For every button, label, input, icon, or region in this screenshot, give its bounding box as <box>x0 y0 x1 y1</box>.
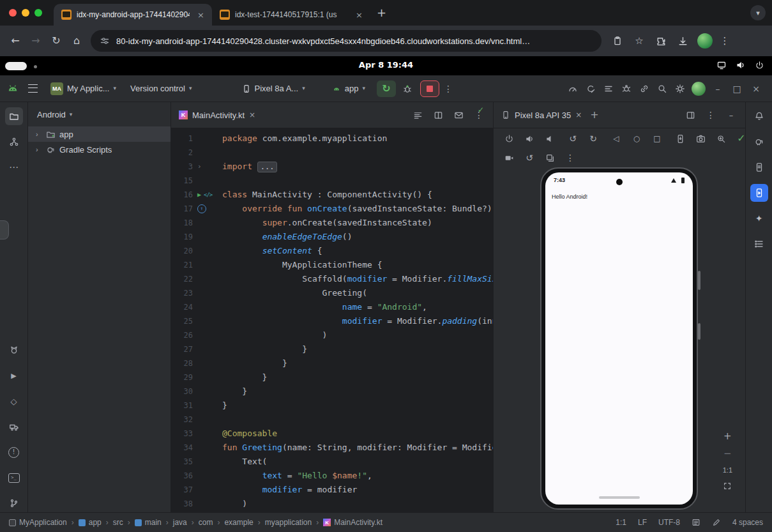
run-gutter-icon[interactable]: ▶ <box>197 188 201 202</box>
volume-up-icon[interactable] <box>520 130 538 148</box>
device-power-icon[interactable] <box>500 130 518 148</box>
code-line[interactable]: 20 setContent { <box>171 244 493 258</box>
app-inspection-icon[interactable] <box>617 80 635 98</box>
user-avatar[interactable] <box>692 82 706 96</box>
bookmark-star-icon[interactable]: ☆ <box>630 31 649 50</box>
device-more-icon[interactable]: ⋮ <box>561 149 579 167</box>
settings-gear-icon[interactable] <box>671 80 689 98</box>
inspection-ok-icon[interactable]: ✓ <box>478 106 484 114</box>
reader-mode-icon[interactable] <box>692 518 700 527</box>
code-line[interactable]: 3›import ... <box>171 160 493 174</box>
code-line[interactable]: 28 } <box>171 356 493 370</box>
android-home-icon[interactable]: ○ <box>628 130 646 148</box>
zoom-fit-icon[interactable] <box>723 482 732 490</box>
breadcrumb-item[interactable]: src <box>113 518 123 527</box>
new-tab-button[interactable]: + <box>377 7 386 19</box>
site-settings-icon[interactable] <box>100 36 110 46</box>
zoom-out-icon[interactable]: − <box>723 449 732 459</box>
highl-lines-icon[interactable] <box>409 106 427 124</box>
toolbar-more-icon[interactable]: ⋮ <box>439 80 457 98</box>
stop-button[interactable] <box>420 80 439 97</box>
breadcrumb-item[interactable]: example <box>224 518 253 527</box>
code-line[interactable]: 27 } <box>171 342 493 356</box>
device-selector[interactable]: Pixel 8a A... ▾ <box>237 79 310 98</box>
rotate-left-icon[interactable]: ↺ <box>564 130 582 148</box>
logcat-icon[interactable] <box>600 80 617 98</box>
tab-close-icon[interactable]: × <box>249 111 255 119</box>
close-window-button[interactable] <box>9 9 17 17</box>
zoom-in-icon[interactable]: + <box>723 432 732 441</box>
breadcrumb-item[interactable]: KMainActivity.kt <box>323 518 382 527</box>
more-tools-icon[interactable]: ⋯ <box>5 158 23 176</box>
rotate-right-icon[interactable]: ↻ <box>584 130 602 148</box>
forward-button[interactable]: → <box>26 31 46 51</box>
tab-close-icon[interactable]: × <box>195 11 207 19</box>
device-explorer-icon[interactable] <box>750 158 768 176</box>
android-overview-icon[interactable]: □ <box>648 130 666 148</box>
code-line[interactable]: 23 Greeting( <box>171 286 493 300</box>
breadcrumb-item[interactable]: java <box>173 518 187 527</box>
breadcrumb-item[interactable]: main <box>135 518 162 527</box>
code-line[interactable]: 16▶</>class MainActivity : ComponentActi… <box>171 188 493 202</box>
gesture-bar[interactable] <box>599 496 640 499</box>
structure-tool-icon[interactable] <box>750 235 768 253</box>
device-screen[interactable]: 7:43 Hello Android! <box>545 172 693 505</box>
android-back-icon[interactable]: ◁ <box>607 130 625 148</box>
clipboard-icon[interactable] <box>608 31 627 50</box>
code-line[interactable]: 25 modifier = Modifier.padding(innerPadd… <box>171 314 493 328</box>
minimize-window-button[interactable] <box>22 9 29 17</box>
screenshot-icon[interactable] <box>671 130 689 148</box>
zoom-level[interactable]: 1:1 <box>723 466 732 474</box>
code-line[interactable]: 32 <box>171 413 493 427</box>
code-line[interactable]: 38 ) <box>171 497 493 511</box>
window-minimize-icon[interactable]: – <box>708 84 727 93</box>
tab-search-button[interactable]: ▾ <box>750 5 766 20</box>
tree-item-gradle-scripts[interactable]: › Gradle Scripts <box>28 142 170 157</box>
panel-more-icon[interactable]: ⋮ <box>702 106 720 124</box>
main-menu-icon[interactable] <box>28 84 38 93</box>
panel-splitter-handle[interactable] <box>0 220 9 239</box>
home-button[interactable]: ⌂ <box>66 31 87 51</box>
problems-tool-icon[interactable]: ! <box>5 443 23 461</box>
line-separator[interactable]: LF <box>638 518 647 527</box>
code-line[interactable]: 26 ) <box>171 328 493 342</box>
reload-button[interactable]: ↻ <box>46 31 66 51</box>
project-view-selector[interactable]: Android <box>37 110 66 119</box>
gemini-icon[interactable]: ✦ <box>750 209 768 227</box>
address-bar[interactable]: 80-idx-my-android-app-1744140290428.clus… <box>91 30 602 52</box>
apply-changes-icon[interactable] <box>582 80 600 98</box>
device-mirroring-icon[interactable] <box>635 80 653 98</box>
code-line[interactable]: 30 } <box>171 384 493 399</box>
project-widget[interactable]: MA My Applic... ▾ <box>45 79 121 98</box>
display-icon[interactable] <box>716 60 727 70</box>
search-icon[interactable] <box>653 80 671 98</box>
code-line[interactable]: 31} <box>171 399 493 413</box>
code-line[interactable]: 24 name = "Android", <box>171 300 493 314</box>
tab-close-icon[interactable]: × <box>353 11 365 19</box>
power-icon[interactable] <box>755 61 764 70</box>
volume-icon[interactable] <box>736 60 746 70</box>
add-device-icon[interactable]: + <box>590 110 598 120</box>
code-line[interactable]: 19 enableEdgeToEdge() <box>171 230 493 244</box>
browser-menu-icon[interactable]: ⋮ <box>715 31 734 50</box>
breadcrumb-item[interactable]: app <box>79 518 102 527</box>
code-line[interactable]: 33@Composable <box>171 427 493 441</box>
logcat-tool-icon[interactable] <box>5 341 23 359</box>
fold-gutter-icon[interactable]: › <box>197 160 202 174</box>
camera-icon[interactable] <box>692 130 709 148</box>
caret-position[interactable]: 1:1 <box>616 518 626 527</box>
code-line[interactable]: 21 MyApplicationTheme { <box>171 258 493 272</box>
tree-item-app[interactable]: › app <box>28 126 170 142</box>
structure-nodes-icon[interactable] <box>5 133 23 151</box>
reset-icon[interactable]: ↺ <box>520 149 538 167</box>
code-line[interactable]: 22 Scaffold(modifier = Modifier.fillMaxS… <box>171 272 493 286</box>
profile-avatar[interactable] <box>697 33 713 49</box>
pen-icon[interactable] <box>712 518 721 527</box>
debug-button[interactable] <box>398 80 416 98</box>
profiler-icon[interactable] <box>564 80 582 98</box>
breadcrumb-item[interactable]: myapplication <box>265 518 312 527</box>
back-button[interactable]: ← <box>5 31 26 51</box>
run-config-selector[interactable]: app ▾ <box>327 79 370 98</box>
screen-record-icon[interactable] <box>500 149 518 167</box>
code-line[interactable]: 2 <box>171 146 493 160</box>
